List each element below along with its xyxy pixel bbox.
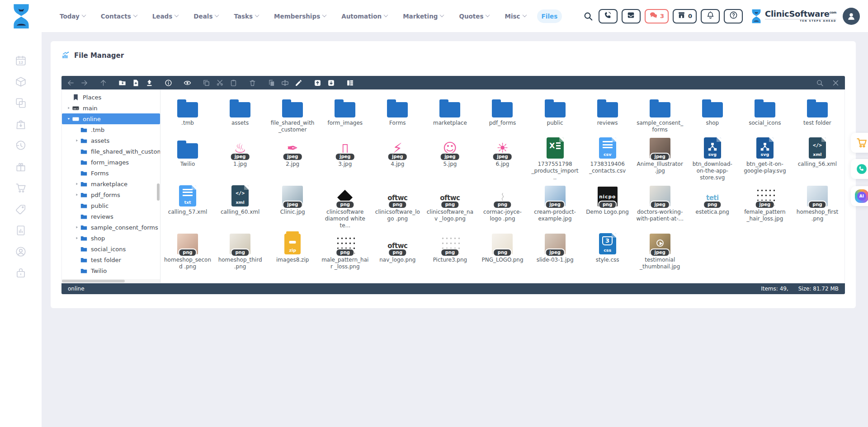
grid-item-style-css[interactable]: 3css style.css — [581, 229, 634, 270]
toolbar-icon-edit[interactable] — [295, 79, 302, 87]
grid-item-cream-product-example-jpg[interactable]: jpeg cream-product-example.jpg — [529, 181, 581, 229]
sidebar-icon-products[interactable] — [15, 76, 27, 88]
sidebar-icon-gifts[interactable] — [15, 161, 27, 173]
grid-item-picture3-png[interactable]: png Picture3.png — [424, 229, 476, 270]
tree-item-form-images[interactable]: form_images — [62, 157, 160, 168]
user-avatar[interactable] — [843, 8, 860, 25]
sidebar-icon-duplicates[interactable] — [15, 97, 27, 109]
action-button-chats[interactable]: 3 — [645, 9, 669, 23]
grid-item-homeshop-third-png[interactable]: png homeshop_third .png — [214, 229, 266, 270]
grid-item-doctors-working-with-patient-at[interactable]: jpeg doctors-working-with-patient-at-... — [634, 181, 686, 229]
nav-item-memberships[interactable]: Memberships — [269, 9, 330, 23]
action-button-phone[interactable] — [599, 9, 618, 23]
grid-item-social-icons[interactable]: social_icons — [739, 92, 791, 133]
nav-item-quotes[interactable]: Quotes — [454, 9, 494, 23]
grid-item-forms[interactable]: Forms — [371, 92, 424, 133]
tree-item-social-icons[interactable]: social_icons — [62, 244, 160, 254]
nav-item-deals[interactable]: Deals — [189, 9, 223, 23]
grid-item-assets[interactable]: assets — [214, 92, 266, 133]
grid-item-homeshop-first-png[interactable]: png homeshop_first .png — [791, 181, 844, 229]
grid-item-twilio[interactable]: Twilio — [161, 133, 214, 181]
tree-item-marketplace[interactable]: marketplace — [62, 178, 160, 189]
toolbar-icon-upload[interactable] — [146, 79, 153, 87]
toolbar-icon-back[interactable] — [67, 79, 75, 87]
grid-item-demo-logo-png[interactable]: nicpopng Demo Logo.png — [581, 181, 634, 229]
sidebar-icon-security[interactable] — [15, 267, 27, 279]
grid-item-1-jpg[interactable]: ♨jpeg 1.jpg — [214, 133, 266, 181]
grid-item-2-jpg[interactable]: ✒jpeg 2.jpg — [266, 133, 319, 181]
grid-item-png-logo-png[interactable]: png PNG_LOGO.png — [476, 229, 528, 270]
tree-expander[interactable] — [74, 182, 80, 186]
grid-item-1738319406-contacts-csv[interactable]: csv 1738319406 _contacts.csv — [581, 133, 634, 181]
grid-item-public[interactable]: public — [529, 92, 581, 133]
toolbar-icon-view[interactable] — [346, 79, 354, 87]
grid-item-pdf-forms[interactable]: pdf_forms — [476, 92, 528, 133]
action-button-help[interactable] — [724, 9, 743, 23]
sidebar-icon-history[interactable] — [15, 140, 27, 151]
tree-expander[interactable] — [74, 236, 80, 240]
tree-vertical-scrollbar[interactable] — [157, 183, 160, 201]
grid-item-clinic-jpg[interactable]: jpeg Clinic.jpg — [266, 181, 319, 229]
grid-item-clinicsoftware-logo-png[interactable]: oftwcpng clinicsoftware_logo .png — [371, 181, 424, 229]
tree-item-pdf-forms[interactable]: pdf_forms — [62, 189, 160, 200]
toolbar-icon-preview[interactable] — [184, 79, 191, 87]
tree-expander[interactable] — [74, 139, 80, 142]
grid-item-5-jpg[interactable]: ☺jpeg 5.jpg — [424, 133, 476, 181]
grid-item-cormac-joyce-logo-png[interactable]: png cormac-joyce-logo .png — [476, 181, 528, 229]
tree-item-twilio[interactable]: Twilio — [62, 265, 160, 276]
toolbar-icon-info[interactable] — [165, 79, 172, 87]
sidebar-icon-account[interactable] — [15, 246, 27, 258]
app-logo-hourglass-icon[interactable] — [11, 4, 32, 29]
action-button-inbox[interactable] — [622, 9, 641, 23]
toolbar-icon-cut[interactable] — [216, 79, 224, 87]
grid-item-clinicsoftware-diamond-white-te[interactable]: png clinicsoftware diamond white te... — [319, 181, 371, 229]
toolbar-icon-search[interactable] — [816, 79, 824, 87]
nav-item-marketing[interactable]: Marketing — [398, 9, 448, 23]
nav-item-misc[interactable]: Misc — [500, 9, 530, 23]
toolbar-icon-archive[interactable] — [314, 79, 321, 87]
grid-item-marketplace[interactable]: marketplace — [424, 92, 476, 133]
tree-item-assets[interactable]: assets — [62, 135, 160, 146]
grid-item-calling-56-xml[interactable]: </>xml calling_56.xml — [791, 133, 844, 181]
grid-item-3-jpg[interactable]: ▯jpeg 3.jpg — [319, 133, 371, 181]
grid-item-shop[interactable]: shop — [686, 92, 739, 133]
grid-item-anime-illustrator-jpg[interactable]: jpeg Anime_Illustrator .jpg — [634, 133, 686, 181]
nav-item-tasks[interactable]: Tasks — [229, 9, 263, 23]
floating-call-button[interactable] — [851, 159, 868, 179]
grid-item-estetica-png[interactable]: tetipng estetica.png — [686, 181, 739, 229]
grid-item-testimonial-thumbnail-jpg[interactable]: jpeg testimonial _thumbnail.jpg — [634, 229, 686, 270]
sidebar-icon-cart[interactable] — [15, 182, 27, 194]
action-button-shop[interactable]: 0 — [673, 9, 697, 23]
grid-item-calling-60-xml[interactable]: </>xml calling_60.xml — [214, 181, 266, 229]
toolbar-icon-extract[interactable] — [327, 79, 335, 87]
tree-item-shop[interactable]: shop — [62, 233, 160, 244]
tree-expander[interactable] — [74, 193, 80, 197]
sidebar-icon-vouchers[interactable] — [15, 203, 27, 215]
grid-item-sample-consent-forms[interactable]: sample_consent_ forms — [634, 92, 686, 133]
toolbar-icon-delete[interactable] — [249, 79, 256, 87]
tree-item-tmb[interactable]: .tmb — [62, 124, 160, 135]
sidebar-icon-reports[interactable] — [15, 225, 27, 236]
tree-item-forms[interactable]: Forms — [62, 168, 160, 178]
grid-item-form-images[interactable]: form_images — [319, 92, 371, 133]
grid-item-clinicsoftware-nav-logo-png[interactable]: oftwcpng clinicsoftware_nav _logo.png — [424, 181, 476, 229]
grid-item-tmb[interactable]: .tmb — [161, 92, 214, 133]
tree-horizontal-scrollbar[interactable] — [62, 279, 160, 283]
grid-item-calling-57-xml[interactable]: txt calling_57.xml — [161, 181, 214, 229]
grid-item-4-jpg[interactable]: ⚡jpeg 4.jpg — [371, 133, 424, 181]
tree-expander[interactable] — [74, 225, 80, 229]
grid-item-test-folder[interactable]: test folder — [791, 92, 844, 133]
tree-item-places[interactable]: Places — [62, 92, 160, 103]
tree-expander[interactable] — [66, 106, 71, 110]
nav-item-leads[interactable]: Leads — [148, 9, 183, 23]
toolbar-icon-rename[interactable] — [281, 79, 289, 87]
grid-item-male-pattern-hair-loss-png[interactable]: png male_pattern_hair _loss.png — [319, 229, 371, 270]
toolbar-icon-new-folder[interactable] — [118, 79, 126, 87]
toolbar-icon-close[interactable] — [832, 79, 840, 87]
tree-item-file-shared-with-customer[interactable]: file_shared_with_customer — [62, 146, 160, 157]
grid-item-1737551798-products-import[interactable]: X 1737551798 _products_import.. — [529, 133, 581, 181]
action-button-notifications[interactable] — [701, 9, 720, 23]
grid-item-slide-03-1-jpg[interactable]: jpeg slide-03-1.jpg — [529, 229, 581, 270]
grid-item-btn-get-it-on-google-play-svg[interactable]: svg btn_get-it-on-google-play.svg — [739, 133, 791, 181]
grid-item-images8-zip[interactable]: zip images8.zip — [266, 229, 319, 270]
